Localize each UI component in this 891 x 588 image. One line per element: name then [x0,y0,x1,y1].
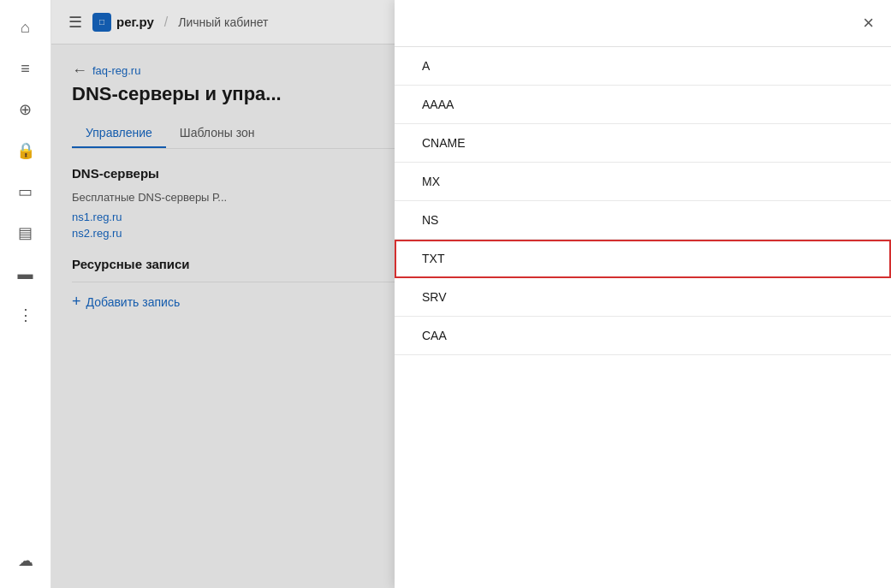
record-type-ns[interactable]: NS [395,201,891,240]
record-type-modal: × A AAAA CNAME MX NS TXT SRV CAA [395,0,891,588]
dots-icon[interactable]: ⋮ [9,298,43,332]
record-type-cname[interactable]: CNAME [395,124,891,163]
globe-icon[interactable]: ⊕ [9,92,43,127]
record-type-caa[interactable]: CAA [395,317,891,355]
lock-icon[interactable]: 🔒 [9,134,43,168]
record-type-list: A AAAA CNAME MX NS TXT SRV CAA [395,47,891,588]
home-icon[interactable]: ⌂ [9,10,43,45]
modal-header: × [395,0,891,47]
record-type-aaaa[interactable]: AAAA [395,86,891,124]
cloud-icon[interactable]: ☁ [9,543,43,578]
menu-icon[interactable]: ≡ [9,51,43,86]
record-type-txt[interactable]: TXT [395,240,891,278]
modal-close-button[interactable]: × [863,14,874,33]
sidebar: ⌂ ≡ ⊕ 🔒 ▭ ▤ ▬ ⋮ ☁ [0,0,51,588]
drive-icon[interactable]: ▬ [9,257,43,291]
main-content: ☰ □ рег.ру / Личный кабинет ← faq-reg.ru… [51,0,891,588]
record-type-a[interactable]: A [395,47,891,86]
record-type-mx[interactable]: MX [395,163,891,201]
card-icon[interactable]: ▭ [9,175,43,209]
record-type-srv[interactable]: SRV [395,278,891,317]
server-icon[interactable]: ▤ [9,216,43,250]
